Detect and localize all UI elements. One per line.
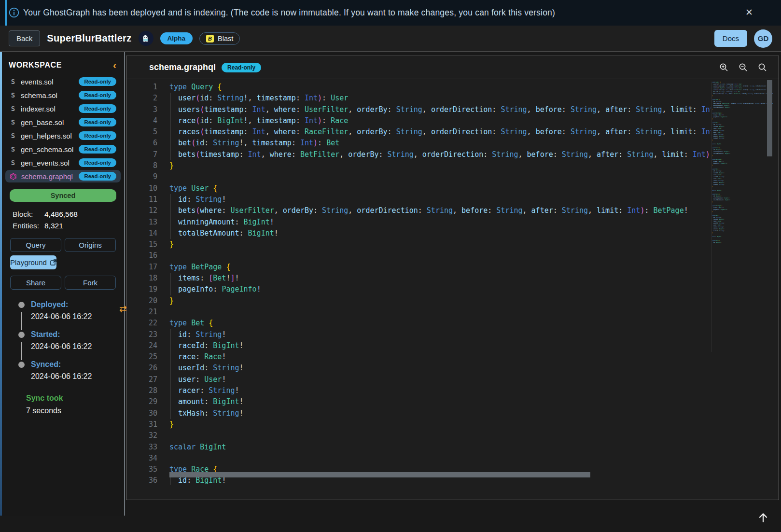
file-item[interactable]: Sgen_helpers.solRead-only bbox=[5, 129, 121, 142]
file-name: indexer.sol bbox=[21, 105, 56, 113]
timeline-time: 2024-06-06 16:22 bbox=[31, 372, 124, 381]
solidity-icon: S bbox=[10, 159, 16, 167]
readonly-badge: Read-only bbox=[79, 77, 116, 86]
line-number: 13 bbox=[126, 217, 157, 228]
stat-row: Entities:8,321 bbox=[13, 220, 124, 232]
line-number: 19 bbox=[126, 284, 157, 295]
back-button[interactable]: Back bbox=[9, 30, 40, 46]
deployment-timeline: Deployed:2024-06-06 16:22Started:2024-06… bbox=[2, 300, 124, 390]
workspace-title: WORKSPACE bbox=[9, 61, 62, 70]
code-editor[interactable]: 1type Query {2 user(id: String!, timesta… bbox=[126, 79, 779, 485]
code-line: 21 bbox=[126, 307, 711, 318]
horizontal-scrollbar-thumb[interactable] bbox=[169, 472, 590, 477]
file-item[interactable]: Sgen_schema.solRead-only bbox=[5, 143, 121, 155]
file-item[interactable]: Sgen_base.solRead-only bbox=[5, 116, 121, 128]
code-line: 29 amount: BigInt! bbox=[126, 396, 711, 407]
fork-button[interactable]: Fork bbox=[65, 276, 116, 290]
banner-message: Your GhostGraph has been deployed and is… bbox=[23, 8, 555, 18]
code-line: 15} bbox=[126, 239, 711, 250]
solidity-icon: S bbox=[10, 91, 16, 99]
line-number: 26 bbox=[126, 363, 157, 374]
editor-header: schema.graphql Read-only bbox=[126, 56, 779, 79]
line-number: 8 bbox=[126, 160, 157, 171]
code-line: 13 winningAmount: BigInt! bbox=[126, 217, 711, 228]
file-item[interactable]: Sgen_events.solRead-only bbox=[5, 156, 121, 169]
line-number: 25 bbox=[126, 351, 157, 363]
line-number: 34 bbox=[126, 453, 157, 464]
playground-button[interactable]: Playground bbox=[10, 255, 56, 269]
sync-took-label: Sync took bbox=[26, 394, 124, 403]
code-line: 33scalar BigInt bbox=[126, 442, 711, 453]
code-line: 5 races(timestamp: Int, where: RaceFilte… bbox=[126, 126, 711, 138]
code-line: 9 bbox=[126, 171, 711, 182]
banner-close-icon[interactable]: ✕ bbox=[745, 7, 753, 18]
line-number: 18 bbox=[126, 273, 157, 284]
line-number: 24 bbox=[126, 340, 157, 351]
file-item[interactable]: Sevents.solRead-only bbox=[5, 75, 121, 88]
code-line: 11 id: String! bbox=[126, 194, 711, 205]
line-number: 27 bbox=[126, 374, 157, 385]
timeline-connector bbox=[21, 312, 22, 330]
code-line: 18 items: [Bet!]! bbox=[126, 273, 711, 284]
code-line: 28 racer: String! bbox=[126, 385, 711, 396]
vertical-scrollbar-thumb[interactable] bbox=[767, 80, 772, 156]
collapse-sidebar-icon[interactable]: ‹ bbox=[113, 62, 116, 69]
stat-label: Entities: bbox=[13, 220, 44, 232]
code-line: 1type Query { bbox=[126, 82, 711, 93]
zoom-out-icon[interactable] bbox=[739, 63, 748, 72]
line-number: 7 bbox=[126, 149, 157, 160]
app-header: Back SuperBlurBattlerz Alpha B Blast Doc… bbox=[0, 26, 781, 52]
file-item[interactable]: Sindexer.solRead-only bbox=[5, 102, 121, 115]
code-line: 31} bbox=[126, 419, 711, 430]
line-number: 2 bbox=[126, 93, 157, 104]
code-line: 4 race(id: BigInt!, timestamp: Int): Rac… bbox=[126, 115, 711, 126]
readonly-badge: Read-only bbox=[79, 158, 116, 167]
line-number: 17 bbox=[126, 262, 157, 273]
search-icon[interactable] bbox=[758, 63, 767, 72]
line-number: 23 bbox=[126, 329, 157, 340]
zoom-in-icon[interactable] bbox=[719, 63, 728, 72]
code-line: 23 id: String! bbox=[126, 329, 711, 340]
timeline-connector bbox=[21, 342, 22, 360]
stat-value: 8,321 bbox=[44, 220, 63, 232]
timeline-dot-icon bbox=[18, 302, 25, 308]
line-number: 20 bbox=[126, 295, 157, 307]
share-button[interactable]: Share bbox=[10, 276, 61, 290]
line-number: 33 bbox=[126, 442, 157, 453]
solidity-icon: S bbox=[10, 118, 16, 126]
readonly-badge: Read-only bbox=[79, 91, 116, 99]
blast-badge: B Blast bbox=[199, 32, 240, 45]
line-number: 4 bbox=[126, 115, 157, 126]
timeline-item: Deployed:2024-06-06 16:22 bbox=[2, 300, 124, 330]
timeline-time: 2024-06-06 16:22 bbox=[31, 312, 124, 321]
blast-logo-icon: B bbox=[206, 35, 214, 42]
timeline-time: 2024-06-06 16:22 bbox=[31, 342, 124, 351]
graphql-icon bbox=[10, 173, 17, 180]
query-button[interactable]: Query bbox=[10, 238, 61, 252]
info-banner: Your GhostGraph has been deployed and is… bbox=[0, 0, 781, 26]
stats-block: Block:4,486,568Entities:8,321 bbox=[13, 209, 124, 232]
sidebar-resize-handle-icon[interactable]: ⇄ bbox=[119, 303, 127, 314]
solidity-icon: S bbox=[10, 132, 16, 140]
line-number: 32 bbox=[126, 430, 157, 441]
minimap[interactable]: type Query { user(id: String!, timestamp… bbox=[711, 82, 773, 352]
ghostgraph-app: Your GhostGraph has been deployed and is… bbox=[0, 0, 781, 532]
stat-row: Block:4,486,568 bbox=[13, 209, 124, 220]
line-number: 22 bbox=[126, 318, 157, 329]
line-number: 36 bbox=[126, 475, 157, 485]
user-avatar[interactable]: GD bbox=[754, 29, 772, 48]
docs-button[interactable]: Docs bbox=[714, 30, 747, 47]
origins-button[interactable]: Origins bbox=[65, 238, 116, 252]
line-number: 14 bbox=[126, 228, 157, 239]
file-name: gen_base.sol bbox=[21, 118, 64, 126]
file-item[interactable]: Sschema.solRead-only bbox=[5, 89, 121, 101]
line-number: 30 bbox=[126, 408, 157, 419]
solidity-icon: S bbox=[10, 78, 16, 85]
editor-panel: schema.graphql Read-only bbox=[126, 56, 779, 500]
banner-accent-bar bbox=[5, 0, 7, 26]
page-title: SuperBlurBattlerz bbox=[47, 33, 131, 44]
readonly-badge: Read-only bbox=[222, 63, 261, 72]
code-line: 24 raceId: BigInt! bbox=[126, 340, 711, 351]
file-item[interactable]: schema.graphqlRead-only bbox=[5, 170, 121, 182]
scroll-to-top-button[interactable] bbox=[755, 510, 771, 526]
